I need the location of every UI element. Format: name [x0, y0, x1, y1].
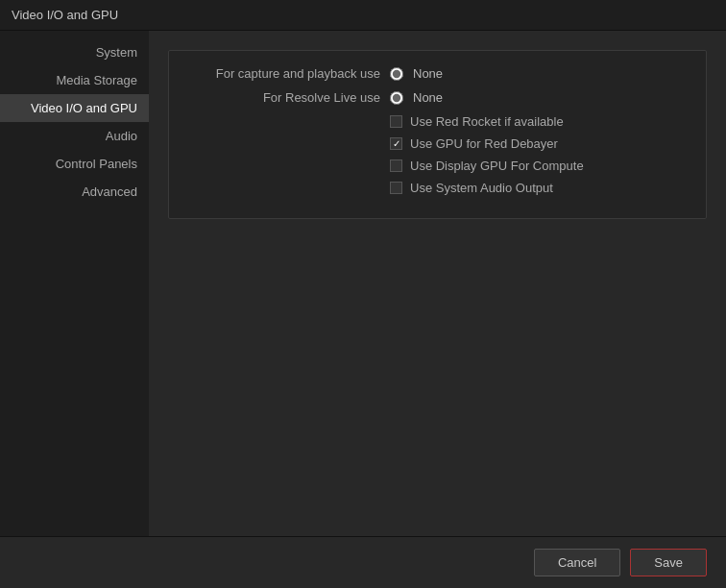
capture-label: For capture and playback use: [188, 66, 380, 81]
checkbox-label-gpu-debayer: Use GPU for Red Debayer: [410, 136, 558, 151]
checkbox-label-display-gpu: Use Display GPU For Compute: [410, 159, 584, 173]
content-area: System Media Storage Video I/O and GPU A…: [0, 31, 726, 536]
checkbox-row-system-audio: Use System Audio Output: [188, 181, 687, 195]
checkbox-section: Use Red Rocket if available Use GPU for …: [188, 114, 687, 195]
checkbox-red-rocket[interactable]: [390, 115, 402, 128]
main-window: Video I/O and GPU System Media Storage V…: [0, 0, 726, 588]
sidebar: System Media Storage Video I/O and GPU A…: [0, 31, 149, 536]
save-button[interactable]: Save: [630, 549, 707, 576]
capture-radio[interactable]: [390, 67, 403, 81]
sidebar-item-advanced[interactable]: Advanced: [0, 178, 149, 206]
sidebar-item-label: Media Storage: [56, 73, 137, 87]
resolve-row: For Resolve Live use None: [188, 90, 687, 105]
window-title: Video I/O and GPU: [12, 8, 118, 22]
capture-row: For capture and playback use None: [188, 66, 687, 81]
sidebar-item-label: Audio: [106, 129, 137, 143]
sidebar-item-label: System: [96, 45, 137, 60]
sidebar-item-system[interactable]: System: [0, 38, 149, 66]
checkbox-label-red-rocket: Use Red Rocket if available: [410, 114, 564, 129]
settings-box: For capture and playback use None For Re…: [168, 50, 707, 219]
sidebar-item-media-storage[interactable]: Media Storage: [0, 66, 149, 94]
title-bar: Video I/O and GPU: [0, 0, 726, 31]
sidebar-item-label: Advanced: [82, 184, 137, 199]
checkbox-gpu-debayer[interactable]: [390, 137, 402, 150]
sidebar-item-label: Control Panels: [56, 157, 137, 171]
checkbox-label-system-audio: Use System Audio Output: [410, 181, 553, 195]
checkbox-display-gpu[interactable]: [390, 159, 402, 172]
checkbox-row-gpu-debayer: Use GPU for Red Debayer: [188, 136, 687, 151]
resolve-label: For Resolve Live use: [188, 90, 380, 105]
checkbox-row-display-gpu: Use Display GPU For Compute: [188, 159, 687, 173]
resolve-radio-group: None: [390, 90, 443, 105]
resolve-value: None: [413, 90, 443, 105]
checkbox-row-red-rocket: Use Red Rocket if available: [188, 114, 687, 129]
footer: Cancel Save: [0, 536, 726, 588]
cancel-button[interactable]: Cancel: [534, 549, 620, 576]
sidebar-item-label: Video I/O and GPU: [31, 101, 137, 115]
sidebar-item-video-io-gpu[interactable]: Video I/O and GPU: [0, 94, 149, 122]
resolve-radio[interactable]: [390, 91, 403, 105]
sidebar-item-audio[interactable]: Audio: [0, 122, 149, 150]
capture-value: None: [413, 66, 443, 81]
checkbox-system-audio[interactable]: [390, 182, 402, 194]
capture-radio-group: None: [390, 66, 443, 81]
sidebar-item-control-panels[interactable]: Control Panels: [0, 150, 149, 178]
main-panel: For capture and playback use None For Re…: [149, 31, 726, 536]
